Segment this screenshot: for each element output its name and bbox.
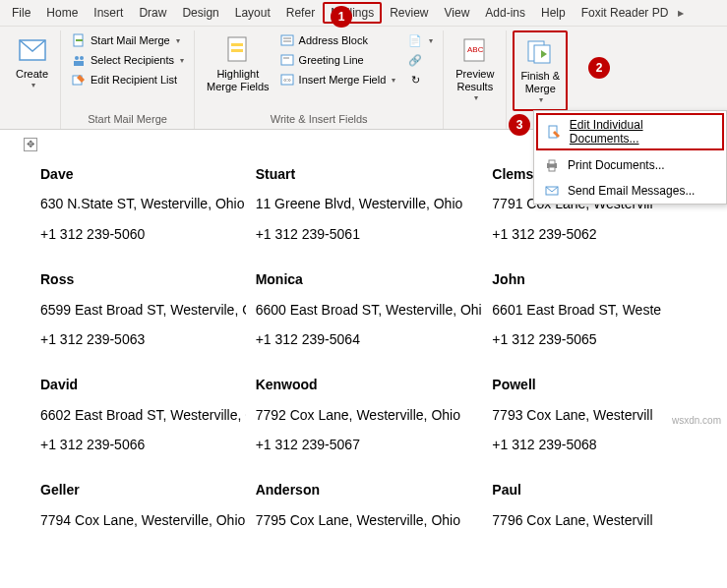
annotation-badge-3: 3 [509,114,530,136]
update-labels-button[interactable]: ↻ [403,70,437,89]
chevron-down-icon: ▾ [429,36,433,45]
svg-rect-10 [281,35,293,45]
label-cell: Dave630 N.State ST, Westerville, Ohio+1 … [9,149,246,255]
menu-layout[interactable]: Layout [227,2,278,24]
annotation-badge-1: 1 [331,6,352,28]
ribbon-group-start: Start Mail Merge ▾ Select Recipients ▾ E… [61,30,195,129]
label-address: 6600 East Broad ST, Westerville, Ohio [256,299,473,321]
label-cell: Kenwood7792 Cox Lane, Westerville, Ohio+… [246,360,483,465]
menu-home[interactable]: Home [38,2,86,24]
ribbon-group-create: Create ▾ [4,30,61,129]
highlight-icon [222,34,254,66]
menu-help[interactable]: Help [533,2,574,24]
edit-recipient-list-button[interactable]: Edit Recipient List [67,70,188,89]
print-documents-item[interactable]: Print Documents... [534,152,726,178]
printer-icon [544,157,560,173]
preview-results-button[interactable]: ABC Preview Results ▾ [450,30,500,107]
envelope-icon [17,34,48,66]
label-cell: John6601 East Broad ST, Weste+1 312 239-… [482,255,719,360]
menu-file[interactable]: File [4,2,38,24]
label-name: Anderson [256,479,473,500]
mail-icon [544,183,560,199]
svg-rect-24 [549,167,555,171]
label-address: 7795 Cox Lane, Westerville, Ohio [256,509,473,531]
label-phone: +1 312 239-5067 [256,434,473,455]
label-name: Stuart [256,163,473,185]
label-address: 7796 Cox Lane, Westervill [492,509,709,531]
address-icon [279,32,295,48]
label-phone: +1 312 239-5066 [40,434,236,455]
annotation-badge-2: 2 [588,57,610,79]
group2-label: Write & Insert Fields [201,111,437,127]
match-icon: 🔗 [407,52,423,68]
labels-grid: Dave630 N.State ST, Westerville, Ohio+1 … [8,149,719,549]
group1-label: Start Mail Merge [67,111,188,127]
watermark: wsxdn.com [672,415,721,426]
insert-merge-field-button[interactable]: «» Insert Merge Field ▾ [275,70,400,89]
menu-draw[interactable]: Draw [131,2,174,24]
label-name: Monica [256,268,473,290]
greeting-line-button[interactable]: Greeting Line [275,50,400,70]
menubar: File Home Insert Draw Design Layout Refe… [0,0,727,27]
ribbon-group-write: Highlight Merge Fields Address Block Gre… [195,30,444,129]
finish-merge-icon [524,36,556,68]
label-address: 630 N.State ST, Westerville, Ohio [40,193,236,214]
send-email-item[interactable]: Send Email Messages... [534,178,726,204]
greeting-icon [279,52,295,68]
chevron-down-icon: ▾ [392,76,395,85]
label-cell: Geller7794 Cox Lane, Westerville, Ohio [9,465,246,549]
menu-review[interactable]: Review [382,2,436,24]
label-cell: David6602 East Broad ST, Westerville, Oh… [9,360,246,465]
menu-foxit[interactable]: Foxit Reader PD [574,2,677,24]
chevron-down-icon: ▾ [474,93,478,103]
greeting-line-label: Greeting Line [299,54,364,66]
ribbon-group-preview: ABC Preview Results ▾ [444,30,507,129]
label-name: Powell [492,374,709,395]
svg-rect-23 [549,160,555,164]
menu-references[interactable]: Refer [278,2,323,24]
select-rec-label: Select Recipients [91,54,174,66]
svg-text:ABC: ABC [467,45,484,54]
print-docs-label: Print Documents... [568,158,665,172]
chevron-down-icon: ▾ [180,56,184,65]
create-button[interactable]: Create ▾ [10,30,54,94]
finish-merge-dropdown: Edit Individual Documents... Print Docum… [533,110,727,205]
menu-design[interactable]: Design [174,2,226,24]
svg-text:«»: «» [283,77,291,84]
svg-point-4 [80,56,84,60]
select-recipients-button[interactable]: Select Recipients ▾ [67,50,188,70]
label-cell: Anderson7795 Cox Lane, Westerville, Ohio [246,465,483,549]
label-phone: +1 312 239-5068 [492,434,709,455]
label-address: 7792 Cox Lane, Westerville, Ohio [256,404,473,426]
label-name: Kenwood [256,374,473,395]
label-address: 7794 Cox Lane, Westerville, Ohio [40,509,236,531]
label-cell: Stuart11 Greene Blvd, Westerville, Ohio+… [246,149,483,255]
svg-rect-9 [231,49,243,52]
edit-individual-documents-item[interactable]: Edit Individual Documents... [536,113,724,150]
edit-rec-label: Edit Recipient List [91,74,177,86]
svg-rect-5 [74,61,84,66]
svg-rect-8 [231,43,243,46]
label-cell: Ross6599 East Broad ST, Westervile, Ohio… [9,255,246,360]
label-cell: Powell7793 Cox Lane, Westervill+1 312 23… [482,360,719,465]
menu-addins[interactable]: Add-ins [477,2,533,24]
label-name: Ross [40,268,236,290]
group3-label [450,111,500,127]
label-address: 6601 East Broad ST, Weste [492,299,709,321]
rules-button[interactable]: 📄▾ [403,30,437,50]
highlight-merge-fields-button[interactable]: Highlight Merge Fields [201,30,275,97]
label-cell: Monica6600 East Broad ST, Westerville, O… [246,255,483,360]
match-fields-button[interactable]: 🔗 [403,50,437,70]
preview-icon: ABC [459,34,491,66]
menu-insert[interactable]: Insert [86,2,131,24]
label-name: Dave [40,163,236,185]
label-name: David [40,374,236,395]
label-phone: +1 312 239-5060 [40,223,236,245]
menu-view[interactable]: View [437,2,478,24]
chevron-right-icon[interactable]: ▶ [678,9,684,18]
table-move-handle[interactable]: ✥ [24,138,37,151]
svg-point-3 [75,56,79,60]
start-mail-merge-button[interactable]: Start Mail Merge ▾ [67,30,188,50]
address-block-button[interactable]: Address Block [275,30,400,50]
finish-merge-button[interactable]: Finish & Merge ▾ [513,30,568,111]
